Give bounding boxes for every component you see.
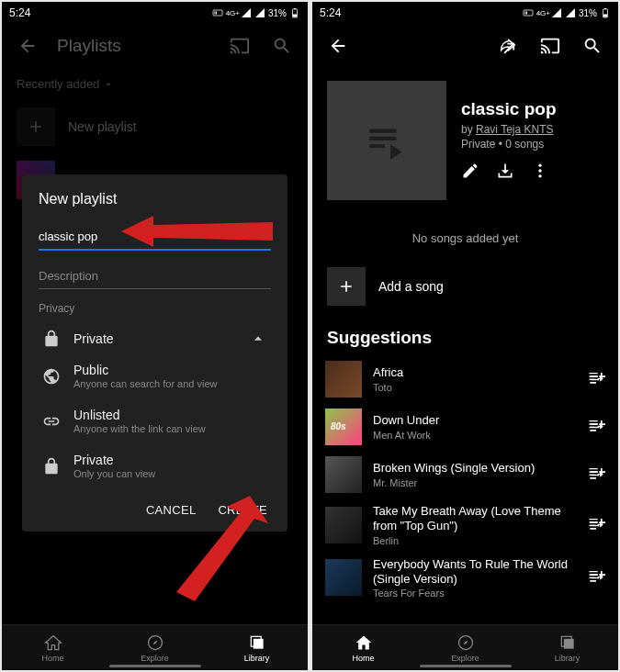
add-to-playlist-icon[interactable] [587,416,605,438]
song-art [325,559,362,596]
song-title: Africa [373,365,576,380]
song-row[interactable]: Take My Breath Away (Love Theme from "To… [312,498,618,552]
nav-library[interactable]: Library [206,625,308,670]
home-icon [44,633,62,652]
playlist-name: classic pop [461,99,557,119]
bottom-nav: Home Explore Library [312,624,618,670]
playlist-header: classic pop by Ravi Teja KNTS Private • … [312,68,618,209]
author-link[interactable]: Ravi Teja KNTS [476,123,553,136]
song-meta: Everybody Wants To Rule The World (Singl… [373,557,576,599]
volte-icon [523,7,534,18]
song-meta: Broken Wings (Single Version)Mr. Mister [373,461,576,487]
song-art [325,409,362,445]
back-icon[interactable] [15,33,40,59]
song-artist: Berlin [373,535,576,546]
new-playlist-item[interactable]: New playlist [2,100,308,153]
suggestions-list: AfricaTotoDown UnderMen At WorkBroken Wi… [312,355,618,604]
nav-library[interactable]: Library [516,625,618,670]
home-indicator [109,665,201,667]
compass-icon [146,633,164,652]
song-art [325,507,362,543]
status-time: 5:24 [9,6,30,19]
privacy-option-private[interactable]: Private Only you can view [39,443,271,488]
page-title: Playlists [57,36,210,56]
new-playlist-label: New playlist [68,119,137,134]
cast-icon[interactable] [227,33,253,59]
playlist-desc-input[interactable] [39,263,271,289]
svg-rect-1 [214,12,215,15]
add-to-playlist-icon[interactable] [587,566,605,588]
sort-label: Recently added [17,77,99,91]
share-icon[interactable] [495,33,521,59]
status-bar: 5:24 4G+ 31% [312,2,618,24]
song-meta: Take My Breath Away (Love Theme from "To… [373,504,576,546]
svg-point-17 [538,164,541,167]
song-artist: Mr. Mister [373,477,576,488]
cancel-button[interactable]: CANCEL [146,503,197,517]
edit-icon[interactable] [461,162,479,184]
library-icon [558,633,577,652]
volte-icon [212,7,223,18]
create-button[interactable]: CREATE [218,503,267,517]
song-art [325,361,362,398]
search-icon[interactable] [580,33,605,59]
nav-home[interactable]: Home [312,625,414,670]
signal-icon-2 [565,7,576,18]
empty-state: No songs added yet [312,209,618,260]
phone-right: 5:24 4G+ 31% classic pop by Ravi Teja KN… [312,2,618,670]
song-meta: AfricaToto [373,365,576,392]
privacy-selected: Private [73,331,114,346]
battery-icon [600,7,611,18]
song-row[interactable]: Broken Wings (Single Version)Mr. Mister [312,451,618,498]
cast-icon[interactable] [537,33,563,59]
song-meta: Down UnderMen At Work [373,413,576,440]
svg-rect-5 [294,8,296,9]
plus-icon [327,267,366,306]
nav-explore[interactable]: Explore [104,625,206,670]
more-icon[interactable] [531,162,549,184]
svg-point-18 [538,169,541,172]
song-row[interactable]: Everybody Wants To Rule The World (Singl… [312,552,618,605]
home-indicator [420,665,512,667]
song-row[interactable]: Down UnderMen At Work [312,403,618,451]
privacy-option-public[interactable]: Public Anyone can search for and view [39,353,271,398]
playlist-name-input[interactable] [39,224,271,251]
add-to-playlist-icon[interactable] [587,464,605,486]
add-to-playlist-icon[interactable] [587,368,605,390]
dialog-title: New playlist [39,191,271,207]
download-icon[interactable] [496,162,514,184]
phone-left: 5:24 4G+ 31% Playlists Recently added Ne… [2,2,308,670]
svg-rect-13 [526,12,527,15]
song-artist: Men At Work [373,430,576,441]
appbar: Playlists [2,24,308,68]
status-icons: 4G+ 31% [523,7,611,18]
svg-rect-2 [216,12,217,15]
back-icon[interactable] [325,33,351,59]
svg-rect-12 [524,12,525,15]
status-time: 5:24 [320,6,341,19]
song-art [325,456,362,493]
privacy-dropdown[interactable]: Private [39,320,271,353]
privacy-option-unlisted[interactable]: Unlisted Anyone with the link can view [39,398,271,443]
song-row[interactable]: AfricaToto [312,355,618,403]
chevron-up-icon [249,330,267,348]
new-playlist-dialog: New playlist Privacy Private Public Anyo… [22,174,287,532]
add-song-button[interactable]: Add a song [312,260,618,313]
signal-type: 4G+ [226,9,240,17]
svg-rect-9 [253,638,263,648]
svg-rect-15 [603,15,607,17]
nav-home[interactable]: Home [2,625,104,670]
song-title: Everybody Wants To Rule The World (Singl… [373,557,576,588]
status-bar: 5:24 4G+ 31% [2,2,308,24]
playlist-author: by Ravi Teja KNTS [461,123,557,136]
add-to-playlist-icon[interactable] [587,514,605,536]
suggestions-title: Suggestions [312,322,618,355]
nav-explore[interactable]: Explore [414,625,516,670]
signal-icon-2 [254,7,265,18]
search-icon[interactable] [269,33,295,59]
signal-icon [241,7,252,18]
library-icon [248,633,266,652]
song-title: Broken Wings (Single Version) [373,461,576,476]
signal-icon [551,7,562,18]
sort-row[interactable]: Recently added [2,68,308,100]
